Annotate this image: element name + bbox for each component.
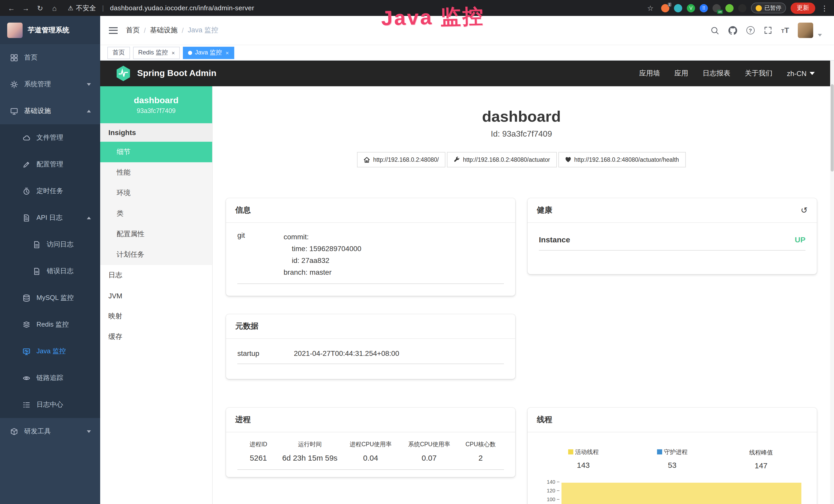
fullscreen-icon[interactable] <box>763 26 772 35</box>
close-icon[interactable]: × <box>225 49 229 56</box>
tab-home[interactable]: 首页 <box>107 46 130 59</box>
sba-item-label: 日志 <box>108 271 122 280</box>
close-icon[interactable]: × <box>172 49 175 56</box>
browser-reload-button[interactable]: ↻ <box>34 4 46 12</box>
github-icon[interactable] <box>728 26 738 35</box>
legend-value: 53 <box>628 461 717 469</box>
browser-back-button[interactable]: ← <box>5 4 18 12</box>
sidebar-item-infra[interactable]: 基础设施 <box>0 97 100 124</box>
actuator-url-link[interactable]: http://192.168.0.2:48080/actuator <box>447 152 556 167</box>
sba-item-scheduled-tasks[interactable]: 计划任务 <box>100 245 212 265</box>
sidebar-item-home[interactable]: 首页 <box>0 44 100 71</box>
instance-header[interactable]: dashboard 93a3fc7f7409 <box>100 86 212 123</box>
spring-boot-admin-frame: Spring Boot Admin 应用墙 应用 日志报表 关于我们 zh-CN <box>100 61 830 504</box>
sba-nav-applications[interactable]: 应用 <box>674 69 688 78</box>
sidebar-item-access-log[interactable]: 访问日志 <box>0 231 100 258</box>
sidebar-item-log-center[interactable]: 日志中心 <box>0 391 100 418</box>
scrollbar-thumb[interactable] <box>831 84 834 171</box>
sidebar-item-java[interactable]: Java 监控 <box>0 338 100 365</box>
sba-nav-wall[interactable]: 应用墙 <box>639 69 660 78</box>
locale-selector[interactable]: zh-CN <box>787 70 815 77</box>
sba-brand-title: Spring Boot Admin <box>137 68 217 78</box>
extension-icon-4[interactable]: ⠿ <box>700 4 708 12</box>
sidebar-item-redis[interactable]: Redis 监控 <box>0 311 100 338</box>
sidebar-item-file[interactable]: 文件管理 <box>0 124 100 151</box>
sba-item-logs[interactable]: 日志 <box>100 265 212 285</box>
search-icon[interactable] <box>710 26 720 35</box>
tab-redis-monitor[interactable]: Redis 监控× <box>133 46 180 59</box>
metadata-card: 元数据 startup 2021-04-27T00:44:31.254+08:0… <box>226 314 515 379</box>
database-icon <box>23 294 30 302</box>
page-scrollbar[interactable] <box>830 61 834 504</box>
legend-peak-threads: 线程峰值 147 <box>717 448 806 470</box>
cloud-icon <box>23 134 30 141</box>
threads-card-title: 线程 <box>528 408 817 432</box>
link-url: http://192.168.0.2:48080/actuator <box>463 157 550 163</box>
cube-icon <box>10 428 18 435</box>
breadcrumb-infra[interactable]: 基础设施 <box>150 26 178 35</box>
font-size-icon[interactable]: TT <box>781 26 789 35</box>
vue-devtools-icon[interactable]: V <box>687 4 695 12</box>
sba-item-environment[interactable]: 环境 <box>100 183 212 203</box>
extension-icon-6[interactable] <box>725 4 733 12</box>
sba-item-classes[interactable]: 类 <box>100 203 212 224</box>
metadata-label: startup <box>237 349 294 358</box>
sba-item-config-props[interactable]: 配置属性 <box>100 224 212 245</box>
list-icon <box>23 401 30 409</box>
legend-swatch-yellow <box>568 449 573 455</box>
breadcrumb-home[interactable]: 首页 <box>126 26 140 35</box>
user-avatar[interactable] <box>798 23 813 38</box>
sba-item-performance[interactable]: 性能 <box>100 162 212 183</box>
sba-header: Spring Boot Admin 应用墙 应用 日志报表 关于我们 zh-CN <box>100 61 830 86</box>
history-icon[interactable]: ↺ <box>800 206 808 214</box>
process-values: 5261 6d 23h 15m 59s 0.04 0.07 2 <box>237 453 504 470</box>
sba-nav-journal[interactable]: 日志报表 <box>702 69 730 78</box>
sidebar-label: 错误日志 <box>47 267 73 276</box>
edit-icon <box>23 160 30 168</box>
address-bar[interactable]: dashboard.yudao.iocoder.cn/infra/admin-s… <box>110 4 254 12</box>
user-menu-caret-icon[interactable] <box>818 33 822 36</box>
sba-item-jvm[interactable]: JVM <box>100 285 212 306</box>
sidebar-item-job[interactable]: 定时任务 <box>0 178 100 204</box>
browser-forward-button[interactable]: → <box>20 4 32 12</box>
insights-section: Insights 细节 性能 环境 类 配置属性 计划任务 <box>100 123 212 265</box>
page-title: dashboard <box>213 108 830 125</box>
sidebar-item-api-log[interactable]: API 日志 <box>0 204 100 231</box>
sba-nav-about[interactable]: 关于我们 <box>745 69 772 78</box>
sidebar-item-mysql[interactable]: MySQL 监控 <box>0 284 100 311</box>
sidebar-item-devtools[interactable]: 研发工具 <box>0 418 100 445</box>
extension-icon-7[interactable] <box>738 4 746 12</box>
browser-update-button[interactable]: 更新 <box>791 2 815 14</box>
health-url-link[interactable]: http://192.168.0.2:48080/actuator/health <box>558 152 685 167</box>
instance-name: dashboard <box>134 95 178 106</box>
sidebar-item-config[interactable]: 配置管理 <box>0 151 100 178</box>
info-card: 信息 git commit: time: 1596289704000 <box>226 198 515 296</box>
site-security-indicator[interactable]: ⚠ 不安全 <box>68 3 96 13</box>
link-url: http://192.168.0.2:48080/actuator/health <box>574 157 679 163</box>
tab-java-monitor[interactable]: Java 监控× <box>183 46 234 59</box>
sidebar-label: 配置管理 <box>37 160 63 169</box>
paused-profile-badge[interactable]: 已暂停 <box>751 3 786 13</box>
process-col-sys-cpu: 系统CPU使用率 <box>401 441 457 448</box>
service-url-link[interactable]: http://192.168.0.2:48080/ <box>357 152 446 167</box>
chevron-up-icon <box>87 216 91 219</box>
sba-item-caches[interactable]: 缓存 <box>100 327 212 347</box>
wrench-icon <box>454 157 460 163</box>
health-row-instance[interactable]: Instance UP <box>539 231 806 251</box>
extension-icon-1[interactable]: 1 <box>661 4 670 12</box>
sidebar-item-trace[interactable]: 链路追踪 <box>0 365 100 391</box>
process-card-title: 进程 <box>226 408 515 432</box>
browser-menu-icon[interactable]: ⋮ <box>820 4 829 12</box>
bookmark-star-icon[interactable]: ☆ <box>644 4 657 12</box>
app-logo[interactable]: 芋道管理系统 <box>0 16 100 44</box>
sba-item-mappings[interactable]: 映射 <box>100 306 212 327</box>
proxy-extension-icon[interactable]: on <box>712 4 721 12</box>
sidebar-item-system[interactable]: 系统管理 <box>0 71 100 97</box>
sidebar-item-error-log[interactable]: 错误日志 <box>0 258 100 284</box>
collapse-sidebar-button[interactable] <box>100 27 126 33</box>
sba-item-details[interactable]: 细节 <box>100 142 212 162</box>
browser-home-button[interactable]: ⌂ <box>48 4 61 12</box>
sidebar-label: 系统管理 <box>24 79 51 89</box>
extension-icon-2[interactable] <box>674 4 682 12</box>
help-icon[interactable]: ? <box>746 26 754 35</box>
